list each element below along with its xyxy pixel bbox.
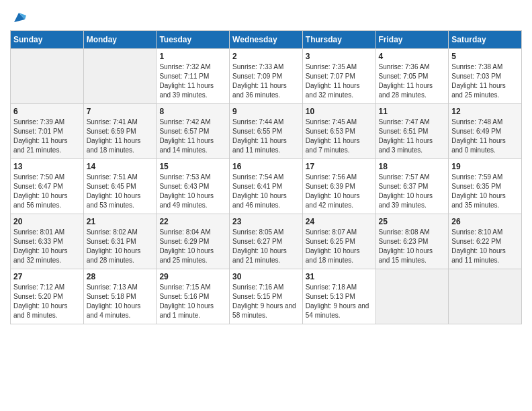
day-number: 2	[232, 52, 300, 61]
calendar-cell: 2Sunrise: 7:33 AMSunset: 7:09 PMDaylight…	[230, 49, 303, 104]
day-info: Sunrise: 7:15 AMSunset: 5:16 PMDaylight:…	[159, 283, 226, 320]
day-number: 7	[87, 107, 154, 116]
day-info: Sunrise: 8:07 AMSunset: 6:25 PMDaylight:…	[306, 228, 373, 265]
header-day-wednesday: Wednesday	[230, 31, 303, 49]
calendar-cell	[11, 49, 84, 104]
calendar-header: SundayMondayTuesdayWednesdayThursdayFrid…	[11, 31, 522, 49]
header-day-sunday: Sunday	[11, 31, 84, 49]
day-number: 8	[159, 107, 226, 116]
day-number: 29	[159, 272, 226, 281]
calendar-cell: 23Sunrise: 8:05 AMSunset: 6:27 PMDayligh…	[230, 214, 303, 269]
header-day-friday: Friday	[375, 31, 449, 49]
header-day-tuesday: Tuesday	[157, 31, 230, 49]
header-row: SundayMondayTuesdayWednesdayThursdayFrid…	[11, 31, 522, 49]
day-info: Sunrise: 8:04 AMSunset: 6:29 PMDaylight:…	[159, 228, 226, 265]
calendar-cell: 9Sunrise: 7:44 AMSunset: 6:55 PMDaylight…	[230, 104, 303, 159]
day-number: 10	[306, 107, 373, 116]
day-number: 21	[87, 217, 154, 226]
week-row-4: 20Sunrise: 8:01 AMSunset: 6:33 PMDayligh…	[11, 214, 522, 269]
day-number: 5	[451, 52, 519, 61]
day-number: 14	[87, 162, 154, 171]
day-number: 15	[159, 162, 226, 171]
calendar-cell: 24Sunrise: 8:07 AMSunset: 6:25 PMDayligh…	[302, 214, 375, 269]
day-number: 28	[87, 272, 154, 281]
calendar-cell: 22Sunrise: 8:04 AMSunset: 6:29 PMDayligh…	[157, 214, 230, 269]
calendar-cell: 20Sunrise: 8:01 AMSunset: 6:33 PMDayligh…	[11, 214, 84, 269]
calendar-body: 1Sunrise: 7:32 AMSunset: 7:11 PMDaylight…	[11, 49, 522, 324]
logo-icon	[11, 10, 26, 25]
header-day-monday: Monday	[83, 31, 157, 49]
page-header	[10, 7, 522, 25]
calendar-cell: 30Sunrise: 7:16 AMSunset: 5:15 PMDayligh…	[230, 269, 303, 324]
day-number: 3	[306, 52, 373, 61]
calendar-cell: 10Sunrise: 7:45 AMSunset: 6:53 PMDayligh…	[302, 104, 375, 159]
day-number: 18	[379, 162, 446, 171]
day-info: Sunrise: 7:41 AMSunset: 6:59 PMDaylight:…	[87, 118, 154, 155]
calendar-cell: 5Sunrise: 7:38 AMSunset: 7:03 PMDaylight…	[449, 49, 522, 104]
calendar-cell: 21Sunrise: 8:02 AMSunset: 6:31 PMDayligh…	[83, 214, 157, 269]
calendar-cell: 31Sunrise: 7:18 AMSunset: 5:13 PMDayligh…	[302, 269, 375, 324]
header-day-thursday: Thursday	[302, 31, 375, 49]
day-info: Sunrise: 7:36 AMSunset: 7:05 PMDaylight:…	[379, 62, 446, 100]
day-number: 20	[13, 217, 81, 226]
day-number: 27	[13, 272, 81, 281]
day-info: Sunrise: 7:18 AMSunset: 5:13 PMDaylight:…	[306, 283, 373, 320]
day-info: Sunrise: 8:02 AMSunset: 6:31 PMDaylight:…	[87, 228, 154, 265]
day-number: 25	[379, 217, 446, 226]
calendar-cell: 26Sunrise: 8:10 AMSunset: 6:22 PMDayligh…	[449, 214, 522, 269]
day-info: Sunrise: 7:59 AMSunset: 6:35 PMDaylight:…	[451, 173, 519, 210]
calendar-cell: 19Sunrise: 7:59 AMSunset: 6:35 PMDayligh…	[449, 159, 522, 214]
day-number: 30	[232, 272, 300, 281]
calendar-cell: 6Sunrise: 7:39 AMSunset: 7:01 PMDaylight…	[11, 104, 84, 159]
calendar-cell: 18Sunrise: 7:57 AMSunset: 6:37 PMDayligh…	[375, 159, 449, 214]
day-info: Sunrise: 7:13 AMSunset: 5:18 PMDaylight:…	[87, 283, 154, 320]
day-number: 17	[306, 162, 373, 171]
day-info: Sunrise: 7:38 AMSunset: 7:03 PMDaylight:…	[451, 62, 519, 100]
calendar-cell: 16Sunrise: 7:54 AMSunset: 6:41 PMDayligh…	[230, 159, 303, 214]
day-info: Sunrise: 8:08 AMSunset: 6:23 PMDaylight:…	[379, 228, 446, 265]
day-number: 11	[379, 107, 446, 116]
day-info: Sunrise: 7:12 AMSunset: 5:20 PMDaylight:…	[13, 283, 81, 320]
calendar-cell: 3Sunrise: 7:35 AMSunset: 7:07 PMDaylight…	[302, 49, 375, 104]
calendar-cell: 7Sunrise: 7:41 AMSunset: 6:59 PMDaylight…	[83, 104, 157, 159]
day-info: Sunrise: 8:10 AMSunset: 6:22 PMDaylight:…	[451, 228, 519, 265]
calendar-cell: 17Sunrise: 7:56 AMSunset: 6:39 PMDayligh…	[302, 159, 375, 214]
day-info: Sunrise: 7:39 AMSunset: 7:01 PMDaylight:…	[13, 118, 81, 155]
week-row-1: 1Sunrise: 7:32 AMSunset: 7:11 PMDaylight…	[11, 49, 522, 104]
day-info: Sunrise: 7:47 AMSunset: 6:51 PMDaylight:…	[379, 118, 446, 155]
week-row-3: 13Sunrise: 7:50 AMSunset: 6:47 PMDayligh…	[11, 159, 522, 214]
calendar-cell: 15Sunrise: 7:53 AMSunset: 6:43 PMDayligh…	[157, 159, 230, 214]
week-row-2: 6Sunrise: 7:39 AMSunset: 7:01 PMDaylight…	[11, 104, 522, 159]
day-number: 12	[451, 107, 519, 116]
day-number: 13	[13, 162, 81, 171]
header-day-saturday: Saturday	[449, 31, 522, 49]
day-info: Sunrise: 7:56 AMSunset: 6:39 PMDaylight:…	[306, 173, 373, 210]
logo	[10, 7, 26, 25]
day-info: Sunrise: 7:51 AMSunset: 6:45 PMDaylight:…	[87, 173, 154, 210]
calendar-cell: 29Sunrise: 7:15 AMSunset: 5:16 PMDayligh…	[157, 269, 230, 324]
day-info: Sunrise: 7:50 AMSunset: 6:47 PMDaylight:…	[13, 173, 81, 210]
calendar-cell: 12Sunrise: 7:48 AMSunset: 6:49 PMDayligh…	[449, 104, 522, 159]
day-info: Sunrise: 7:35 AMSunset: 7:07 PMDaylight:…	[306, 62, 373, 100]
calendar-cell: 8Sunrise: 7:42 AMSunset: 6:57 PMDaylight…	[157, 104, 230, 159]
day-number: 4	[379, 52, 446, 61]
day-info: Sunrise: 7:57 AMSunset: 6:37 PMDaylight:…	[379, 173, 446, 210]
day-info: Sunrise: 7:54 AMSunset: 6:41 PMDaylight:…	[232, 173, 300, 210]
day-number: 24	[306, 217, 373, 226]
day-number: 19	[451, 162, 519, 171]
day-info: Sunrise: 7:16 AMSunset: 5:15 PMDaylight:…	[232, 283, 300, 320]
day-number: 1	[159, 52, 226, 61]
day-info: Sunrise: 7:42 AMSunset: 6:57 PMDaylight:…	[159, 118, 226, 155]
calendar-cell: 14Sunrise: 7:51 AMSunset: 6:45 PMDayligh…	[83, 159, 157, 214]
day-number: 16	[232, 162, 300, 171]
calendar-table: SundayMondayTuesdayWednesdayThursdayFrid…	[10, 30, 522, 324]
day-info: Sunrise: 7:44 AMSunset: 6:55 PMDaylight:…	[232, 118, 300, 155]
day-info: Sunrise: 7:53 AMSunset: 6:43 PMDaylight:…	[159, 173, 226, 210]
day-info: Sunrise: 7:48 AMSunset: 6:49 PMDaylight:…	[451, 118, 519, 155]
calendar-cell: 13Sunrise: 7:50 AMSunset: 6:47 PMDayligh…	[11, 159, 84, 214]
day-number: 6	[13, 107, 81, 116]
day-number: 31	[306, 272, 373, 281]
day-info: Sunrise: 8:05 AMSunset: 6:27 PMDaylight:…	[232, 228, 300, 265]
calendar-cell: 25Sunrise: 8:08 AMSunset: 6:23 PMDayligh…	[375, 214, 449, 269]
day-info: Sunrise: 7:32 AMSunset: 7:11 PMDaylight:…	[159, 62, 226, 100]
